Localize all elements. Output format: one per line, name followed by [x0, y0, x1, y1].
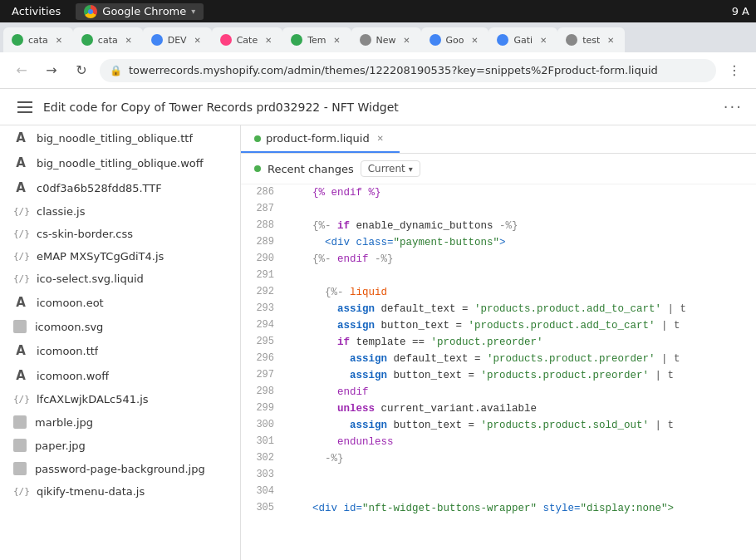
- editor-tabs: product-form.liquid ✕: [241, 125, 756, 154]
- line-content[interactable]: if template == 'product.preorder': [281, 334, 756, 351]
- browser-tab-t1[interactable]: cata✕: [3, 27, 73, 52]
- tab-close-button[interactable]: ✕: [263, 34, 274, 46]
- line-content[interactable]: unless current_variant.available: [281, 400, 756, 417]
- tab-close-button[interactable]: ✕: [53, 34, 65, 46]
- chrome-app[interactable]: Google Chrome ▾: [76, 3, 204, 20]
- browser-tab-t5[interactable]: Tem✕: [282, 27, 351, 52]
- sidebar-item-s14[interactable]: paper.jpg: [0, 434, 240, 457]
- file-type-icon: [13, 462, 27, 475]
- line-number: 290: [241, 251, 281, 268]
- editor-area: product-form.liquid ✕ Recent changes Cur…: [241, 125, 756, 560]
- tab-favicon: [566, 34, 577, 46]
- tab-close-button[interactable]: ✕: [538, 34, 549, 46]
- line-content[interactable]: assign button_text = 'products.product.p…: [281, 367, 756, 384]
- code-line: 302 -%}: [241, 450, 756, 467]
- code-editor[interactable]: 286 {% endif %}287288 {%- if enable_dyna…: [241, 184, 756, 560]
- file-type-icon: {/}: [13, 206, 28, 217]
- sidebar-item-s6[interactable]: {/}eMAP MXSyTCgGdiT4.js: [0, 245, 240, 268]
- tab-label: DEV: [168, 35, 187, 46]
- browser-tab-t3[interactable]: DEV✕: [143, 27, 212, 52]
- chrome-icon: [84, 5, 97, 18]
- menu-icon: [17, 101, 32, 113]
- sidebar-item-s9[interactable]: icomoon.svg: [0, 315, 240, 338]
- more-button[interactable]: ⋮: [723, 59, 746, 82]
- reload-button[interactable]: ↻: [70, 59, 93, 82]
- file-type-icon: {/}: [13, 486, 28, 497]
- sidebar-item-s2[interactable]: Abig_noodle_titling_oblique.woff: [0, 150, 240, 175]
- tab-close-button[interactable]: ✕: [123, 34, 135, 46]
- line-number: 303: [241, 467, 281, 484]
- breadcrumb-menu-button[interactable]: ···: [724, 98, 743, 115]
- tab-close-button[interactable]: ✕: [605, 34, 616, 46]
- line-content[interactable]: endif: [281, 384, 756, 400]
- code-line: 286 {% endif %}: [241, 184, 756, 201]
- editor-tab-label: product-form.liquid: [266, 132, 370, 145]
- browser-tab-t7[interactable]: Goo✕: [421, 27, 489, 52]
- tab-close-button[interactable]: ✕: [192, 34, 204, 46]
- sidebar-item-s16[interactable]: {/}qikify-tmenu-data.js: [0, 480, 240, 503]
- editor-tab-close-button[interactable]: ✕: [375, 133, 386, 145]
- line-content[interactable]: assign button_text = 'products.product.s…: [281, 417, 756, 434]
- line-content[interactable]: {%- if enable_dynamic_buttons -%}: [281, 218, 756, 234]
- sidebar-item-s15[interactable]: password-page-background.jpg: [0, 457, 240, 480]
- line-content[interactable]: assign button_text = 'products.product.a…: [281, 317, 756, 334]
- tab-label: Cate: [237, 35, 258, 46]
- file-type-icon: A: [13, 130, 28, 145]
- tab-favicon: [151, 34, 163, 46]
- sidebar-item-s13[interactable]: marble.jpg: [0, 410, 240, 434]
- tab-close-button[interactable]: ✕: [469, 34, 480, 46]
- file-type-icon: {/}: [13, 273, 28, 284]
- file-name-label: icomoon.svg: [35, 321, 103, 333]
- line-content[interactable]: [281, 201, 756, 218]
- lock-icon: 🔒: [110, 65, 122, 76]
- back-button[interactable]: ←: [10, 59, 33, 82]
- activities-label[interactable]: Activities: [7, 5, 66, 17]
- line-content[interactable]: <div class="payment-buttons">: [281, 234, 756, 251]
- sidebar-item-s3[interactable]: Ac0df3a6b528fdd85.TTF: [0, 175, 240, 200]
- browser-tab-t4[interactable]: Cate✕: [212, 27, 283, 52]
- line-content[interactable]: {% endif %}: [281, 184, 756, 201]
- file-name-label: big_noodle_titling_oblique.woff: [37, 157, 204, 169]
- sidebar-item-s8[interactable]: Aicomoon.eot: [0, 290, 240, 315]
- tab-modified-dot: [254, 135, 261, 142]
- line-content[interactable]: assign default_text = 'products.product.…: [281, 351, 756, 367]
- sidebar-item-s4[interactable]: {/}classie.js: [0, 200, 240, 223]
- line-content[interactable]: {%- endif -%}: [281, 251, 756, 268]
- file-name-label: password-page-background.jpg: [35, 463, 205, 475]
- tab-close-button[interactable]: ✕: [331, 34, 343, 46]
- sidebar-item-s1[interactable]: Abig_noodle_titling_oblique.ttf: [0, 125, 240, 150]
- line-number: 299: [241, 400, 281, 417]
- sidebar-item-s12[interactable]: {/}lfcAXLwjkDALc541.js: [0, 388, 240, 410]
- sidebar-item-s5[interactable]: {/}cs-skin-border.css: [0, 223, 240, 245]
- browser-tab-t9[interactable]: test✕: [557, 27, 625, 52]
- sidebar-item-s11[interactable]: Aicomoon.woff: [0, 363, 240, 388]
- line-number: 288: [241, 218, 281, 234]
- sidebar-item-s10[interactable]: Aicomoon.ttf: [0, 338, 240, 363]
- line-content[interactable]: [281, 484, 756, 500]
- editor-tab-product-form[interactable]: product-form.liquid ✕: [241, 125, 400, 153]
- tab-close-button[interactable]: ✕: [401, 34, 413, 46]
- browser-tab-t2[interactable]: cata✕: [73, 27, 143, 52]
- breadcrumb-title: Edit code for Copy of Tower Records prd0…: [43, 101, 717, 114]
- recent-changes-label: Recent changes: [268, 163, 354, 175]
- sidebar-toggle-button[interactable]: [13, 96, 37, 119]
- line-content[interactable]: {%- liquid: [281, 284, 756, 301]
- dropdown-chevron-icon: ▾: [409, 165, 413, 174]
- code-line: 291: [241, 268, 756, 284]
- line-content[interactable]: [281, 268, 756, 284]
- line-content[interactable]: [281, 467, 756, 484]
- address-bar[interactable]: 🔒 towerrecords.myshopify.com/admin/theme…: [100, 59, 716, 82]
- line-number: 294: [241, 317, 281, 334]
- recent-changes-bar: Recent changes Current ▾: [241, 154, 756, 184]
- tab-label: Goo: [446, 35, 464, 46]
- forward-button[interactable]: →: [40, 59, 63, 82]
- line-content[interactable]: -%}: [281, 450, 756, 467]
- line-content[interactable]: <div id="nft-widget-buttons-wrapper" sty…: [281, 500, 756, 517]
- sidebar-item-s7[interactable]: {/}ico-select.svg.liquid: [0, 268, 240, 290]
- browser-tab-t6[interactable]: New✕: [351, 27, 421, 52]
- browser-tab-t8[interactable]: Gati✕: [488, 27, 557, 52]
- line-content[interactable]: assign default_text = 'products.product.…: [281, 301, 756, 317]
- tab-label: test: [582, 35, 600, 46]
- current-version-dropdown[interactable]: Current ▾: [361, 160, 420, 177]
- line-content[interactable]: endunless: [281, 434, 756, 450]
